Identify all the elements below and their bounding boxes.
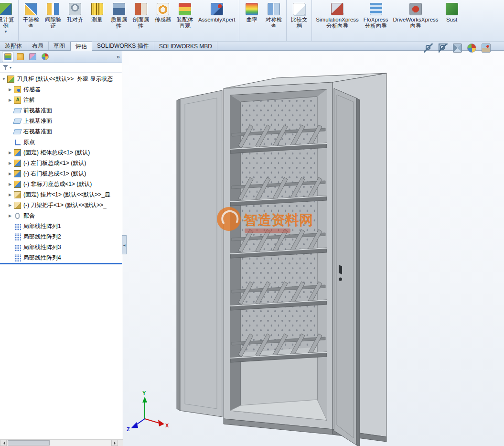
tree-item-icon [14,139,21,146]
ribbon-button-assembly-xpert[interactable]: AssemblyXpert [196,2,237,24]
tree-item[interactable]: ▶ (固定) 柜体总成<1> (默认) [0,147,122,158]
ribbon-button-sustainability[interactable]: Sust [441,2,463,24]
triad-y-label: Y [142,390,146,396]
tab-evaluate[interactable]: 评估 [70,42,92,51]
expand-arrow-icon[interactable]: ▼ [2,77,7,81]
expand-arrow-icon[interactable]: ▶ [9,151,14,155]
rollback-bar[interactable] [0,263,122,264]
tree-item[interactable]: 局部线性阵列2 [0,231,122,242]
zoom-area-icon[interactable] [439,44,448,53]
filter-icon[interactable] [3,65,8,70]
ribbon-button-icon [409,3,422,15]
tree-item-icon [13,108,22,113]
ribbon-button-sensor[interactable]: 传感器 [152,2,174,24]
triad-z-arrow [131,422,138,428]
view-orientation-icon[interactable] [453,44,462,53]
feature-manager-panel: » ▾ ▼ 刀具柜 (默认<<默认>>_外观 显示状态 ▶ 传感器 ▶ 注解 前… [0,51,122,446]
ribbon-button-measure[interactable]: 测量 [86,2,108,24]
triad-x-arrow [158,420,164,426]
scroll-right-arrow-icon[interactable] [111,440,118,446]
tree-item-icon [14,202,21,209]
expand-arrow-icon[interactable]: ▶ [9,193,14,197]
ribbon-button-icon [370,3,382,15]
tree-item[interactable]: ▶ (-) 刀架把手<1> (默认<<默认>>_ [0,200,122,210]
tab-sketch[interactable]: 草图 [49,42,70,50]
edit-appearance-icon[interactable] [467,44,476,53]
ribbon-button-design-study[interactable]: 设计算 例 ▾ [0,2,17,34]
tool-cabinet-model[interactable] [177,73,386,446]
cabinet-body[interactable] [224,73,386,442]
filter-dropdown-arrow-icon[interactable]: ▾ [10,65,11,70]
ribbon-button-driveworksxpress[interactable]: DriveWorksXpress 向导 [391,2,441,30]
ribbon-button-icon [47,3,59,15]
tree-item[interactable]: ▶ (-) 左门板总成<1> (默认) [0,158,122,168]
tree-item-icon [14,86,21,93]
ribbon-button-assembly-visualization[interactable]: 装配体 直观 [174,2,196,30]
tree-item[interactable]: ▼ 刀具柜 (默认<<默认>>_外观 显示状态 [0,74,122,84]
tree-item[interactable]: 局部线性阵列3 [0,242,122,252]
tree-item[interactable]: ▶ (-) 非标刀座总成<1> (默认) [0,179,122,189]
ribbon-button-hole-alignment[interactable]: 孔对齐 [64,2,86,24]
tree-item-label: 上视基准面 [23,117,52,125]
panel-collapse-handle[interactable] [122,235,127,254]
tree-item-label: 局部线性阵列2 [23,233,61,241]
watermark-subtext-bar [245,228,290,233]
tree-item-label: 右视基准面 [23,128,52,136]
zoom-fit-icon[interactable] [424,44,433,53]
ribbon-button-symmetry-check[interactable]: 对称检 查 [263,2,285,30]
ribbon-toolbar: 设计算 例 ▾ 干涉检 查 间隙验 证 孔对齐 测量 质量属 性 剖面属 性 传… [0,0,504,42]
ribbon-button-section-properties[interactable]: 剖面属 性 [130,2,152,30]
tree-item[interactable]: ▶ 注解 [0,95,122,105]
tree-item[interactable]: 右视基准面 [0,126,122,137]
apply-scene-icon[interactable] [482,44,491,53]
panel-horizontal-scrollbar[interactable] [0,439,118,446]
ribbon-button-floxpress[interactable]: FloXpress 分析向导 [361,2,391,30]
tree-item[interactable]: ▶ 传感器 [0,84,122,95]
expand-arrow-icon[interactable]: ▶ [9,172,14,176]
tab-layout[interactable]: 布局 [27,42,49,50]
ribbon-button-interference-detection[interactable]: 干涉检 查 [20,2,42,30]
panel-tab-featuremanager[interactable] [2,52,13,62]
tree-item-label: 注解 [23,96,35,104]
ribbon-button-simulationxpress[interactable]: SimulationXpress 分析向导 [313,2,361,30]
scroll-left-arrow-icon[interactable] [0,440,7,446]
expand-arrow-icon[interactable]: ▶ [9,214,14,218]
expand-arrow-icon[interactable]: ▶ [9,161,14,165]
ribbon-button-compare-documents[interactable]: 比较文 档 [288,2,310,30]
ribbon-button-curvature[interactable]: 曲率 [241,2,263,24]
tab-solidworks-addins[interactable]: SOLIDWORKS 插件 [92,42,154,50]
triad-y-arrow [142,397,147,402]
expand-arrow-icon[interactable]: ▶ [9,182,14,186]
panel-overflow-button[interactable]: » [117,54,120,60]
right-door[interactable] [334,88,360,446]
tree-item-label: 原点 [23,138,35,146]
tree-item-label: 局部线性阵列1 [23,222,61,230]
ribbon-button-clearance-verification[interactable]: 间隙验 证 [42,2,64,30]
tree-item-label: 配合 [23,212,35,220]
tab-solidworks-mbd[interactable]: SOLIDWORKS MBD [154,42,217,50]
tree-item[interactable]: 局部线性阵列4 [0,252,122,263]
panel-tab-displaymanager[interactable] [39,52,51,62]
tree-item-icon [13,129,22,134]
expand-arrow-icon[interactable]: ▶ [9,98,14,102]
tree-item[interactable]: ▶ 配合 [0,210,122,221]
ribbon-button-icon [0,3,12,15]
left-door[interactable] [177,90,222,417]
tree-item[interactable]: ▶ (固定) 挂片<1> (默认<<默认>>_显 [0,189,122,200]
tree-item[interactable]: 原点 [0,137,122,147]
expand-arrow-icon[interactable]: ▶ [9,203,14,207]
tree-item-icon [14,244,21,251]
tree-item[interactable]: ▶ (-) 右门板总成<1> (默认) [0,168,122,179]
graphics-area[interactable]: 智造资料网 Y X Z [123,51,504,446]
expand-arrow-icon[interactable]: ▶ [9,87,14,92]
tree-item[interactable]: 局部线性阵列1 [0,221,122,231]
command-tab-label: 装配体 [5,42,22,50]
tree-item[interactable]: 上视基准面 [0,116,122,126]
ribbon-button-mass-properties[interactable]: 质量属 性 [108,2,130,30]
scrollbar-thumb[interactable] [8,440,50,446]
panel-tab-configurationmanager[interactable] [27,52,38,62]
tab-assembly[interactable]: 装配体 [0,42,27,50]
tree-item[interactable]: 前视基准面 [0,105,122,116]
panel-tab-icon [29,53,36,60]
panel-tab-propertymanager[interactable] [14,52,26,62]
